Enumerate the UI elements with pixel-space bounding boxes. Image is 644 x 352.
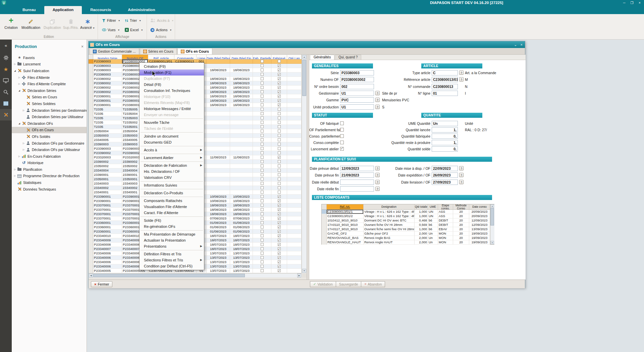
component-row[interactable]: GACHE_OF2Gâche pour OF22,000UnMON2019/09… [322,232,490,236]
context-menu-item-d-finition-filtres-et-tris[interactable]: Définition Filtres et Tris [140,251,204,257]
trier-button[interactable]: Trier▼ [125,17,141,24]
fabrique-checkbox[interactable] [278,243,281,246]
sidebar-item-statistiques[interactable]: Statistiques [12,179,87,186]
sidebar-item-ofs-en-cours[interactable]: OFs en Cours [12,127,87,134]
sidebar-item-d-claration-s-ries-par-utilisateur[interactable]: Déclaration Séries par Utilisateur [12,113,87,120]
component-row[interactable]: RENVOIANGLE_HAUTRenvoi Angle HAUT2,000Un… [322,240,490,245]
menu-tab-raccourcis[interactable]: Raccourcis [82,6,119,14]
context-menu-item-actualiser-la-pr-sentation[interactable]: Actualiser la Présentation [140,237,204,243]
fab-partielle-checkbox[interactable] [261,156,264,159]
fab-partielle-checkbox[interactable] [261,90,264,93]
fab-partielle-checkbox[interactable] [261,116,264,119]
row-selector[interactable] [89,81,93,86]
date-pr-vue-d-but-help-button[interactable]: ? [375,166,380,170]
vscroll-thumb[interactable] [302,60,306,96]
fab-partielle-checkbox[interactable] [261,208,264,211]
fabrique-checkbox[interactable] [278,77,281,80]
production-tools-icon[interactable] [0,109,12,120]
fab-partielle-checkbox[interactable] [261,269,264,272]
fab-partielle-checkbox[interactable] [261,160,264,163]
menu-tab-administration[interactable]: Administration [119,6,163,14]
row-selector[interactable] [89,94,93,99]
fabrique-checkbox[interactable] [278,130,281,133]
component-row[interactable]: C230800013/01/1Vitrage : H x L : 626 x 1… [322,210,490,214]
sidebar-item-d-claration-ofs-par-gestionnaire[interactable]: ▷Déclaration OFs par Gestionnaire [12,140,87,147]
filtrer-button[interactable]: Filtrer▼ [102,17,120,24]
collapse-sidebar-icon[interactable]: « [0,40,12,52]
context-menu-item-envoyer-un-message[interactable]: Envoyer un message [140,112,204,118]
context-menu-item-acc-s[interactable]: Accès à▶ [140,147,204,153]
fab-partielle-checkbox[interactable] [261,195,264,198]
comp-vscroll-thumb[interactable] [490,208,494,225]
context-menu-item-visualisation-file-d-attente[interactable]: Visualisation File d'Attente [140,204,204,210]
fab-partielle-checkbox[interactable] [261,225,264,229]
context-menu-item-documents-ged[interactable]: Documents GED [140,139,204,145]
favorites-star-icon[interactable]: ★ [0,63,12,75]
column-header-num-ro-of[interactable]: Numéro OF [122,55,148,59]
column-header-r-f-article[interactable]: Réf. Article [148,55,174,59]
fab-partielle-checkbox[interactable] [261,221,264,224]
sidebar-item-d-claration-ofs[interactable]: ◢Déclaration OFs [12,120,87,127]
n-commande-field[interactable]: C230800013 [432,84,458,89]
row-selector[interactable] [89,190,93,195]
row-selector[interactable] [89,77,93,81]
date-r-elle-fin-field[interactable] [340,186,374,192]
context-menu-item-composants-rattach-s[interactable]: Composants Rattachés [140,198,204,204]
date-mise-disp-of-help-button[interactable]: ? [459,166,464,170]
context-menu-item-re-g-n-ration-ofs[interactable]: Re-génération OFs [140,223,204,230]
document-tab-s-ries-en-cours[interactable]: Séries en Cours [140,48,177,54]
context-menu-item-solde-f6[interactable]: Solde (F6) [140,217,204,223]
column-header-commande[interactable]: Commande [174,55,197,59]
fab-partielle-checkbox[interactable] [261,178,264,181]
row-selector[interactable] [89,243,93,247]
sidebar-item-programme-directeur-de-production[interactable]: ▷Programme Directeur de Production [12,173,87,180]
fab-partielle-checkbox[interactable] [261,134,264,137]
fabrique-checkbox[interactable] [278,225,281,229]
fabrique-checkbox[interactable] [278,195,281,198]
sidebar-item-en-cours-fabrication[interactable]: ▷En-Cours Fabrication [12,153,87,160]
column-header-num-ro-s-rie[interactable]: Numéro Série [93,55,122,59]
r-f-rence-article-help-button[interactable]: ? [459,77,464,82]
fab-partielle-checkbox[interactable] [261,130,264,133]
row-selector[interactable] [89,72,93,77]
row-selector[interactable] [89,251,93,256]
row-selector[interactable] [89,238,93,243]
sidebar-item-suivi-fabrication[interactable]: ◢Suivi Fabrication [12,67,87,74]
scroll-right-icon[interactable]: ▶ [297,273,301,278]
fabrique-checkbox[interactable] [278,125,281,128]
fab-partielle-checkbox[interactable] [261,182,264,185]
row-selector[interactable] [89,134,93,138]
row-selector[interactable] [89,260,93,264]
context-menu-item-lancement-atelier[interactable]: Lancement Atelier▶ [140,155,204,161]
minimize-button[interactable]: ─ [623,1,626,5]
comp-vscrollbar[interactable]: ▲ ▼ [490,204,494,244]
fab-partielle-checkbox[interactable] [261,243,264,246]
fab-partielle-checkbox[interactable] [261,191,264,194]
modification-button[interactable]: Modification [20,15,42,34]
context-menu-item-informations-suivies[interactable]: Informations Suivies [140,182,204,188]
sidebar-item-s-ries-sold-es[interactable]: Séries Soldées [12,100,87,107]
fabrique-checkbox[interactable] [278,217,281,220]
fabrique-checkbox[interactable] [278,269,281,272]
row-selector[interactable] [89,186,93,190]
quantit-solde-field[interactable]: 0, [432,146,458,152]
comp-column-header-date-conso[interactable]: Date conso [469,204,490,209]
fabrique-checkbox[interactable] [278,247,281,250]
fabrique-checkbox[interactable] [278,108,281,111]
fabrique-checkbox[interactable] [278,204,281,207]
sidebar-item-files-d-attente-compl-te[interactable]: ▷Files d'Attente Complète [12,81,87,87]
gestionnaire-field[interactable]: U1 [340,91,374,96]
comp-row-selector[interactable] [322,210,327,214]
context-menu-item-his-d-clarations-of[interactable]: His. Déclarations / OF [140,168,204,174]
context-menu-item-t-ches-de-l-entit[interactable]: Tâches de l'Entité [140,125,204,132]
context-menu-item-condition-par-d-faut-ctrl-f5[interactable]: Condition par Défaut (Ctrl-F5) [140,263,204,269]
creation-button[interactable]: + Création [1,15,21,34]
fab-partielle-checkbox[interactable] [261,260,264,263]
column-header-ligne[interactable]: Ligne [197,55,207,59]
context-menu-item-caract-file-d-attente[interactable]: Caract. File d'Attente [140,210,204,216]
row-selector[interactable] [89,147,93,151]
context-menu-item-s-lections-filtres-et-tris[interactable]: Sélections Filtres et Tris▶ [140,257,204,263]
sidebar-item-planification[interactable]: ▷Planification [12,166,87,173]
fabrique-checkbox[interactable] [278,134,281,137]
date-r-elle-fin-help-button[interactable]: ? [375,187,380,191]
